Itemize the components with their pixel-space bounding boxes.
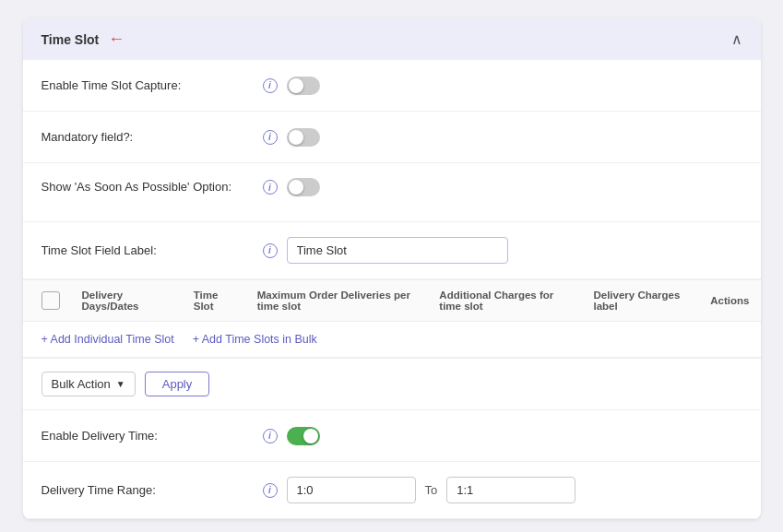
- asap-info-icon[interactable]: i: [263, 180, 278, 195]
- section-title-container: Time Slot ←: [42, 30, 125, 49]
- enable-time-slot-toggle-track: [287, 77, 320, 95]
- mandatory-field-toggle[interactable]: [287, 128, 320, 147]
- time-slot-label-info-icon[interactable]: i: [263, 243, 278, 258]
- enable-delivery-time-control: i: [263, 427, 742, 445]
- delivery-time-range-to-input[interactable]: [446, 477, 575, 503]
- bulk-action-label: Bulk Action: [52, 377, 111, 391]
- bulk-action-select[interactable]: Bulk Action ▼: [42, 372, 136, 396]
- asap-control: i: [263, 178, 742, 196]
- enable-time-slot-row: Enable Time Slot Capture: i: [23, 60, 761, 112]
- asap-row: Show 'As Soon As Possible' Option: i: [23, 163, 761, 222]
- mandatory-field-label: Mandatory field?:: [42, 130, 263, 144]
- select-all-checkbox[interactable]: [42, 291, 60, 310]
- enable-delivery-time-label: Enable Delivery Time:: [42, 429, 263, 443]
- delivery-time-range-control: i To: [263, 477, 742, 503]
- mandatory-field-row: Mandatory field?: i: [23, 112, 761, 163]
- time-slot-label-row: Time Slot Field Label: i: [23, 222, 761, 279]
- enable-delivery-time-info-icon[interactable]: i: [263, 429, 278, 443]
- enable-time-slot-label: Enable Time Slot Capture:: [42, 78, 263, 92]
- time-slot-card: Time Slot ← ∧ Enable Time Slot Capture: …: [23, 18, 761, 519]
- delivery-time-range-info-icon[interactable]: i: [263, 483, 278, 498]
- section-title: Time Slot: [42, 32, 100, 47]
- col-actions: Actions: [699, 280, 760, 322]
- add-links-row: + Add Individual Time Slot + Add Time Sl…: [23, 322, 761, 358]
- delivery-table: Delivery Days/Dates Time Slot Maximum Or…: [23, 279, 761, 322]
- apply-button[interactable]: Apply: [145, 372, 210, 396]
- enable-time-slot-toggle-thumb: [289, 78, 303, 93]
- asap-toggle-thumb: [289, 180, 303, 195]
- col-additional-charges: Additional Charges for time slot: [428, 280, 582, 322]
- delivery-time-range-row: Delivery Time Range: i To: [23, 462, 761, 519]
- collapse-icon[interactable]: ∧: [731, 30, 742, 48]
- add-time-slots-bulk-link[interactable]: + Add Time Slots in Bulk: [193, 333, 317, 346]
- time-slot-table-section: Delivery Days/Dates Time Slot Maximum Or…: [23, 279, 761, 359]
- time-slot-label-input[interactable]: [287, 237, 508, 264]
- asap-label: Show 'As Soon As Possible' Option:: [42, 178, 263, 194]
- add-individual-time-slot-link[interactable]: + Add Individual Time Slot: [42, 333, 174, 346]
- time-slot-field-label: Time Slot Field Label:: [42, 243, 263, 257]
- asap-toggle-track: [287, 178, 320, 196]
- enable-time-slot-info-icon[interactable]: i: [263, 78, 278, 93]
- enable-delivery-time-toggle-thumb: [303, 429, 318, 443]
- arrow-icon: ←: [108, 30, 125, 49]
- delivery-time-range-to-label: To: [425, 483, 438, 497]
- mandatory-field-info-icon[interactable]: i: [263, 130, 278, 145]
- mandatory-field-control: i: [263, 128, 742, 147]
- enable-time-slot-control: i: [263, 77, 742, 95]
- delivery-time-range-from-input[interactable]: [287, 477, 416, 503]
- enable-delivery-time-toggle-track: [287, 427, 320, 445]
- col-delivery-charges-label: Delivery Charges label: [582, 280, 699, 322]
- mandatory-field-toggle-thumb: [289, 130, 303, 145]
- delivery-time-range-label: Delivery Time Range:: [42, 483, 263, 497]
- bulk-action-chevron-icon: ▼: [116, 379, 125, 389]
- time-slot-label-control: i: [263, 237, 742, 264]
- col-delivery-days: Delivery Days/Dates: [71, 280, 183, 322]
- bulk-action-row: Bulk Action ▼ Apply: [23, 359, 761, 410]
- table-header-row: Delivery Days/Dates Time Slot Maximum Or…: [23, 280, 761, 322]
- section-header: Time Slot ← ∧: [23, 18, 761, 60]
- col-checkbox: [23, 280, 71, 322]
- col-max-order-deliveries: Maximum Order Deliveries per time slot: [246, 280, 429, 322]
- enable-delivery-time-toggle[interactable]: [287, 427, 320, 445]
- section-body: Enable Time Slot Capture: i Mandatory fi…: [23, 60, 761, 519]
- enable-delivery-time-row: Enable Delivery Time: i: [23, 410, 761, 462]
- mandatory-field-toggle-track: [287, 128, 320, 147]
- col-time-slot: Time Slot: [183, 280, 246, 322]
- enable-time-slot-toggle[interactable]: [287, 77, 320, 95]
- asap-toggle[interactable]: [287, 178, 320, 196]
